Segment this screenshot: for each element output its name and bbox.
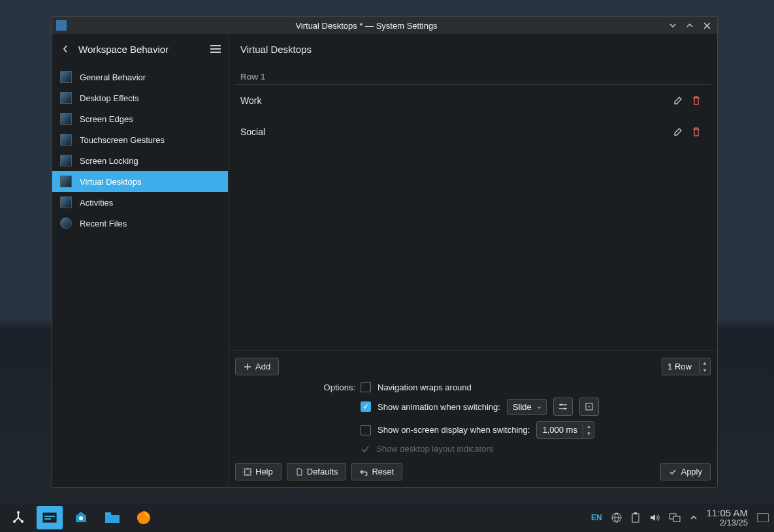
activities-icon: [60, 196, 72, 208]
animation-select[interactable]: Slide: [507, 399, 547, 415]
bottom-controls: Add ▲▼ Options: Navigation wraps around: [229, 351, 717, 460]
network-icon[interactable]: [611, 512, 622, 523]
undo-icon: [360, 468, 368, 476]
delete-button[interactable]: [687, 123, 705, 141]
svg-rect-14: [634, 512, 637, 514]
svg-point-7: [21, 520, 24, 523]
taskbar-discover[interactable]: [68, 506, 94, 529]
minimize-button[interactable]: [666, 19, 679, 32]
osd-duration-value[interactable]: [537, 422, 583, 438]
desktop-name: Work: [240, 95, 669, 106]
sidebar-item-label: Virtual Desktops: [80, 177, 141, 187]
display-icon[interactable]: [669, 513, 681, 522]
row-header: Row 1: [235, 69, 711, 85]
clock-time: 11:05 AM: [707, 507, 748, 518]
sidebar-item-recent-files[interactable]: Recent Files: [52, 213, 228, 234]
taskbar-system-settings[interactable]: [37, 506, 63, 529]
svg-rect-16: [673, 516, 680, 522]
sidebar-header: Workspace Behavior: [52, 34, 228, 64]
sidebar: Workspace Behavior General Behavior Desk…: [52, 34, 229, 487]
svg-rect-10: [105, 512, 111, 514]
osd-duration-spinner[interactable]: ▲▼: [536, 421, 594, 439]
check-icon: [669, 468, 677, 476]
add-button[interactable]: Add: [235, 358, 279, 375]
apply-button[interactable]: Apply: [660, 463, 711, 480]
row-count-value[interactable]: [662, 358, 699, 375]
show-osd-checkbox[interactable]: [361, 425, 371, 435]
sidebar-item-touchscreen-gestures[interactable]: Touchscreen Gestures: [52, 129, 228, 150]
configure-animation-button[interactable]: [553, 398, 573, 416]
help-button[interactable]: Help: [235, 463, 282, 480]
about-animation-button[interactable]: [579, 398, 599, 416]
hamburger-menu-button[interactable]: [210, 44, 221, 54]
nav-wraps-checkbox[interactable]: [361, 382, 371, 392]
desktop-name: Social: [240, 127, 669, 137]
spin-up[interactable]: ▲: [700, 360, 710, 367]
svg-point-0: [560, 404, 562, 406]
spin-up[interactable]: ▲: [583, 423, 594, 430]
page-title: Virtual Desktops: [229, 34, 717, 64]
add-label: Add: [255, 362, 270, 371]
svg-rect-8: [43, 513, 56, 522]
show-desktop-button[interactable]: [757, 513, 769, 522]
desktop-effects-icon: [60, 92, 72, 104]
delete-button[interactable]: [687, 91, 705, 110]
general-behavior-icon: [60, 71, 72, 83]
check-icon: [361, 445, 370, 454]
show-osd-label: Show on-screen display when switching:: [378, 425, 530, 435]
options-label: Options:: [238, 383, 355, 392]
sidebar-item-label: Recent Files: [80, 219, 127, 228]
rename-button[interactable]: [669, 91, 687, 110]
virtual-desktops-icon: [60, 176, 72, 187]
keyboard-layout-indicator[interactable]: EN: [591, 513, 602, 522]
sidebar-item-general-behavior[interactable]: General Behavior: [52, 67, 228, 87]
defaults-button[interactable]: Defaults: [287, 463, 347, 480]
app-launcher-button[interactable]: [5, 506, 31, 529]
tray-expand-icon[interactable]: [690, 514, 698, 522]
app-icon: [56, 20, 67, 31]
sidebar-item-label: Screen Locking: [80, 156, 138, 166]
sidebar-item-label: Touchscreen Gestures: [80, 135, 165, 145]
svg-point-6: [13, 520, 16, 523]
sidebar-title: Workspace Behavior: [78, 44, 203, 55]
sidebar-item-desktop-effects[interactable]: Desktop Effects: [52, 87, 228, 108]
system-tray: EN 11:05 AM 2/13/25: [591, 507, 769, 528]
titlebar[interactable]: Virtual Desktops * — System Settings: [52, 17, 717, 34]
taskbar-firefox[interactable]: [131, 506, 157, 529]
clock[interactable]: 11:05 AM 2/13/25: [707, 507, 748, 528]
sidebar-item-label: Desktop Effects: [80, 93, 139, 103]
sidebar-item-label: Screen Edges: [80, 114, 133, 124]
sidebar-items: General Behavior Desktop Effects Screen …: [52, 64, 228, 234]
svg-point-1: [564, 408, 566, 410]
taskbar-file-manager[interactable]: [99, 506, 125, 529]
clipboard-icon[interactable]: [631, 512, 640, 523]
close-button[interactable]: [700, 19, 713, 32]
sidebar-item-label: General Behavior: [80, 72, 146, 82]
spin-down[interactable]: ▼: [583, 430, 594, 437]
show-layout-label: Show desktop layout indicators: [376, 444, 493, 454]
window-body: Workspace Behavior General Behavior Desk…: [52, 34, 717, 487]
show-animation-label: Show animation when switching:: [378, 402, 500, 412]
clock-date: 2/13/25: [707, 518, 748, 528]
sidebar-item-screen-edges[interactable]: Screen Edges: [52, 108, 228, 129]
sidebar-item-screen-locking[interactable]: Screen Locking: [52, 150, 228, 171]
show-animation-checkbox[interactable]: [361, 401, 371, 412]
volume-icon[interactable]: [649, 512, 660, 523]
svg-rect-13: [632, 514, 639, 522]
help-icon: [244, 468, 251, 476]
rename-button[interactable]: [669, 123, 687, 141]
sidebar-item-activities[interactable]: Activities: [52, 192, 228, 213]
svg-point-3: [589, 406, 590, 407]
svg-point-5: [17, 511, 20, 514]
touchscreen-gestures-icon: [60, 134, 72, 146]
back-button[interactable]: [59, 44, 72, 54]
desktop-row: Work: [235, 85, 711, 116]
maximize-button[interactable]: [683, 19, 696, 32]
row-count-spinner[interactable]: ▲▼: [662, 358, 711, 375]
footer: Help Defaults Reset Apply: [229, 460, 717, 487]
desktop-row: Social: [235, 116, 711, 148]
reset-button[interactable]: Reset: [351, 463, 402, 480]
sidebar-item-virtual-desktops[interactable]: Virtual Desktops: [52, 171, 228, 192]
spin-down[interactable]: ▼: [700, 367, 710, 374]
taskbar: EN 11:05 AM 2/13/25: [0, 503, 774, 532]
